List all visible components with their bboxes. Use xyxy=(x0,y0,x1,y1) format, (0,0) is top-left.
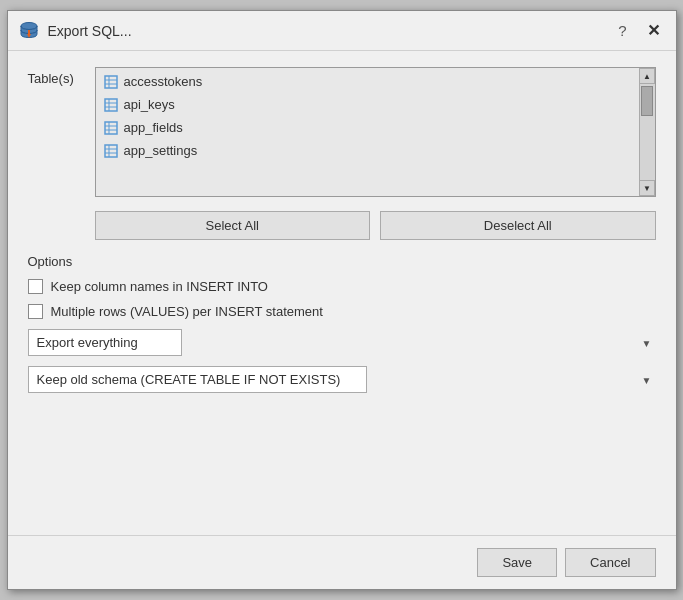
multiple-rows-checkbox[interactable] xyxy=(28,304,43,319)
checkbox-row-1: Keep column names in INSERT INTO xyxy=(28,279,656,294)
list-item[interactable]: app_settings xyxy=(96,139,655,162)
tables-row: Table(s) accesstokens xyxy=(28,67,656,197)
table-name: accesstokens xyxy=(124,74,203,89)
title-left: Export SQL... xyxy=(18,20,132,42)
footer-row: Save Cancel xyxy=(8,535,676,589)
table-icon xyxy=(104,121,118,135)
svg-rect-3 xyxy=(105,76,117,88)
title-bar: Export SQL... ? ✕ xyxy=(8,11,676,51)
tables-list: accesstokens api_keys xyxy=(96,68,655,164)
export-type-dropdown-wrapper: Export everything Export data only Expor… xyxy=(28,329,656,356)
options-section: Options Keep column names in INSERT INTO… xyxy=(28,254,656,393)
database-icon xyxy=(18,20,40,42)
options-label: Options xyxy=(28,254,656,269)
schema-type-dropdown-wrapper: Keep old schema (CREATE TABLE IF NOT EXI… xyxy=(28,366,656,393)
select-all-button[interactable]: Select All xyxy=(95,211,371,240)
svg-rect-7 xyxy=(105,99,117,111)
svg-rect-15 xyxy=(105,145,117,157)
table-icon xyxy=(104,75,118,89)
select-buttons-row: Select All Deselect All xyxy=(28,211,656,240)
table-icon xyxy=(104,144,118,158)
save-button[interactable]: Save xyxy=(477,548,557,577)
list-item[interactable]: accesstokens xyxy=(96,70,655,93)
table-name: api_keys xyxy=(124,97,175,112)
dropdown1-arrow-icon: ▼ xyxy=(642,337,652,348)
tables-label: Table(s) xyxy=(28,67,83,86)
scrollbar[interactable]: ▲ ▼ xyxy=(639,68,655,196)
dropdown2-arrow-icon: ▼ xyxy=(642,374,652,385)
multiple-rows-label: Multiple rows (VALUES) per INSERT statem… xyxy=(51,304,323,319)
cancel-button[interactable]: Cancel xyxy=(565,548,655,577)
table-icon xyxy=(104,98,118,112)
scroll-up-arrow[interactable]: ▲ xyxy=(639,68,655,84)
scroll-thumb[interactable] xyxy=(641,86,653,116)
dialog-body: Table(s) accesstokens xyxy=(8,51,676,535)
table-name: app_settings xyxy=(124,143,198,158)
list-item[interactable]: app_fields xyxy=(96,116,655,139)
deselect-all-button[interactable]: Deselect All xyxy=(380,211,656,240)
svg-rect-11 xyxy=(105,122,117,134)
close-button[interactable]: ✕ xyxy=(641,19,666,42)
export-sql-dialog: Export SQL... ? ✕ Table(s) xyxy=(7,10,677,590)
dialog-title: Export SQL... xyxy=(48,23,132,39)
table-name: app_fields xyxy=(124,120,183,135)
export-type-dropdown[interactable]: Export everything Export data only Expor… xyxy=(28,329,182,356)
scroll-down-arrow[interactable]: ▼ xyxy=(639,180,655,196)
tables-list-container[interactable]: accesstokens api_keys xyxy=(95,67,656,197)
schema-type-dropdown[interactable]: Keep old schema (CREATE TABLE IF NOT EXI… xyxy=(28,366,367,393)
svg-rect-2 xyxy=(28,30,30,34)
title-right: ? ✕ xyxy=(612,19,665,42)
help-button[interactable]: ? xyxy=(612,20,632,41)
list-item[interactable]: api_keys xyxy=(96,93,655,116)
checkbox-row-2: Multiple rows (VALUES) per INSERT statem… xyxy=(28,304,656,319)
keep-column-names-label: Keep column names in INSERT INTO xyxy=(51,279,268,294)
keep-column-names-checkbox[interactable] xyxy=(28,279,43,294)
